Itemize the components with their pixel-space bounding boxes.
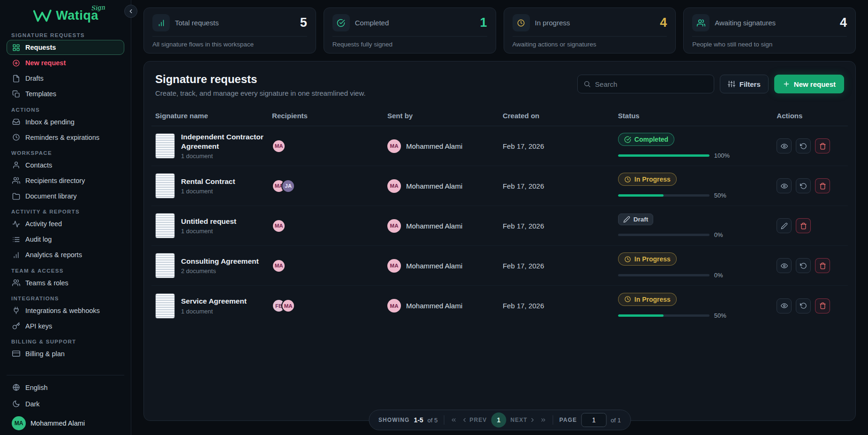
sidebar-item-audit-log[interactable]: Audit log [7,232,124,247]
new-request-label: New request [794,80,836,88]
sidebar-item-document-library[interactable]: Document library [7,189,124,204]
sidebar: Watiqa Sign SIGNATURE REQUESTS Requests … [0,0,131,435]
progress-bar [618,234,709,236]
last-page-button[interactable] [540,417,547,423]
signature-requests-panel: Signature requests Create, track, and ma… [143,61,856,421]
document-thumbnail [155,133,175,159]
sidebar-section-label: ACTIONS [11,107,120,113]
page-input[interactable] [581,413,606,427]
signature-name-cell: Service Agreement 1 document [151,288,268,324]
user-menu[interactable]: MA Mohammed Alami [7,412,124,435]
stat-card-awaiting-signatures: Awaiting signatures 4 People who still n… [683,8,856,53]
showing-total: of 5 [428,417,438,424]
document-thumbnail [155,253,175,278]
sidebar-item-billing-plan[interactable]: Billing & plan [7,346,124,361]
pagination-bar: SHOWING 1-5 of 5 PREV 1 NEXT [369,410,631,430]
stat-description: Awaiting actions or signatures [513,36,667,48]
inbox-icon [12,118,20,126]
sidebar-item-activity-feed[interactable]: Activity feed [7,216,124,231]
search-input[interactable] [595,80,708,88]
plug-icon [12,306,20,314]
sidebar-item-label: Templates [25,90,56,98]
stat-description: All signature flows in this workspace [152,36,307,48]
view-button[interactable] [777,298,792,313]
sidebar-item-recipients-directory[interactable]: Recipients directory [7,173,124,188]
sidebar-item-label: New request [25,59,66,67]
sidebar-item-teams-roles[interactable]: Teams & roles [7,275,124,290]
delete-button[interactable] [815,178,830,193]
history-button[interactable] [796,298,811,313]
progress-bar [618,274,709,276]
sent-by-cell: MA Mohammed Alami [384,174,499,198]
clock-icon [12,133,20,141]
document-count: 2 documents [181,267,259,275]
sidebar-item-label: Billing & plan [25,350,65,358]
delete-button[interactable] [815,258,830,273]
divider [553,415,553,425]
progress-bar [618,194,709,197]
users-icon [12,279,20,287]
progress-percent: 50% [714,312,726,319]
sidebar-item-label: Teams & roles [25,279,68,287]
trash-icon [819,143,826,150]
stat-label: In progress [535,19,655,27]
history-button[interactable] [796,258,811,273]
sidebar-item-inbox-pending[interactable]: Inbox & pending [7,114,124,130]
stat-value: 5 [300,15,307,30]
view-button[interactable] [777,178,792,193]
progress-bar [618,314,709,317]
next-page-button[interactable]: NEXT [510,417,536,423]
progress-bar [618,154,709,157]
folder-icon [12,192,20,200]
sidebar-item-api-keys[interactable]: API keys [7,319,124,334]
new-request-button[interactable]: New request [774,75,844,93]
theme-toggle[interactable]: Dark [7,396,124,412]
clock-icon [624,256,631,263]
stat-value: 1 [480,15,487,30]
current-page-button[interactable]: 1 [491,412,506,427]
signature-name: Independent Contractor Agreement [181,132,264,151]
sidebar-item-templates[interactable]: Templates [7,86,124,101]
sidebar-section-label: BILLING & SUPPORT [11,339,120,344]
users-icon [697,19,705,27]
sidebar-item-requests[interactable]: Requests [7,40,124,55]
sidebar-item-analytics-reports[interactable]: Analytics & reports [7,247,124,262]
filters-button[interactable]: Filters [720,75,769,93]
delete-button[interactable] [815,138,830,153]
sidebar-item-reminders-expirations[interactable]: Reminders & expirations [7,130,124,145]
sidebar-item-label: Recipients directory [25,176,85,185]
table-row: Rental Contract 1 document MAJA MA Moham… [151,166,848,206]
sidebar-item-drafts[interactable]: Drafts [7,71,124,86]
created-on-cell: Feb 17, 2026 [499,216,614,236]
file-icon [12,75,20,83]
signature-name-cell: Independent Contractor Agreement 1 docum… [151,127,268,165]
delete-button[interactable] [815,298,830,313]
table-row: Consulting Agreement 2 documents MA MA M… [151,246,848,286]
sidebar-collapse-button[interactable] [124,5,137,18]
history-button[interactable] [796,138,811,153]
view-button[interactable] [777,258,792,273]
sender-avatar: MA [387,259,401,273]
sidebar-item-label: Drafts [25,74,44,83]
first-page-button[interactable] [450,417,457,423]
recipients-cell: MA [268,134,384,159]
stat-description: People who still need to sign [692,36,847,48]
edit-button[interactable] [777,218,792,233]
clock-icon [624,176,631,183]
sidebar-item-contacts[interactable]: Contacts [7,158,124,173]
sidebar-item-label: Document library [25,192,77,200]
prev-page-button[interactable]: PREV [461,417,487,423]
language-toggle[interactable]: English [7,380,124,396]
sender-name: Mohammed Alami [406,302,462,310]
recipient-avatar: MA [272,219,286,233]
sidebar-item-new-request[interactable]: New request [7,55,124,70]
history-button[interactable] [796,178,811,193]
document-count: 1 document [181,188,235,195]
plus-icon [783,80,790,88]
status-cell: In Progress 50% [614,287,773,325]
view-button[interactable] [777,138,792,153]
credit-card-icon [12,350,20,358]
document-thumbnail [155,173,175,198]
delete-button[interactable] [796,218,811,233]
sidebar-item-integrations-webhooks[interactable]: Integrations & webhooks [7,303,124,318]
